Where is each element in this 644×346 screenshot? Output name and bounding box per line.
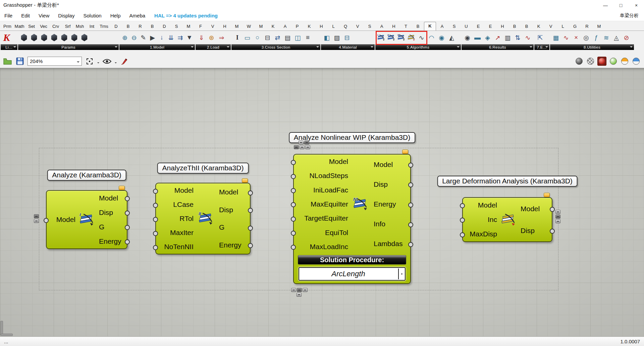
group-menu-caret-icon[interactable] xyxy=(227,46,229,49)
toolbar-group-bar[interactable]: 3.Cross Section xyxy=(231,44,320,50)
zui-widget-right[interactable] xyxy=(555,210,560,223)
mapper-icon[interactable]: ƒ xyxy=(592,33,601,42)
tab-set[interactable]: Set xyxy=(25,22,38,31)
zoom-extents-icon[interactable] xyxy=(85,57,94,66)
tab-m[interactable]: M xyxy=(182,22,195,31)
input-port-maxequiiter[interactable]: MaxEquiIter xyxy=(294,197,350,211)
support-icon[interactable]: ▼ xyxy=(185,33,194,42)
buckling-modes-icon[interactable]: ◠ xyxy=(427,33,436,42)
cross-section-matcher-icon[interactable]: ⇄ xyxy=(273,33,282,42)
tab-v[interactable]: V xyxy=(545,22,557,31)
tab-s[interactable]: S xyxy=(448,22,460,31)
params-joint-icon[interactable] xyxy=(80,33,89,42)
beam-profile-icon[interactable]: I xyxy=(233,33,242,42)
group-menu-caret-icon[interactable] xyxy=(371,46,373,49)
output-port-disp[interactable]: Disp xyxy=(217,201,250,219)
analyze-nonlinear-wip-icon[interactable]: NL xyxy=(397,33,406,42)
export-model-icon[interactable]: ⇱ xyxy=(536,33,545,42)
cross-section-range-icon[interactable]: ◫ xyxy=(293,33,302,42)
tab-trns[interactable]: Trns xyxy=(98,22,110,31)
group-menu-caret-icon[interactable] xyxy=(191,46,194,49)
tab-k[interactable]: K xyxy=(303,22,315,31)
tab-k[interactable]: K xyxy=(267,22,279,31)
params-beam-icon[interactable] xyxy=(30,33,39,42)
menu-item-ameba[interactable]: Ameba xyxy=(125,13,150,18)
group-menu-caret-icon[interactable] xyxy=(545,46,548,49)
open-file-icon[interactable] xyxy=(3,57,12,66)
dropdown-expand-button[interactable] xyxy=(398,269,404,279)
tab-r[interactable]: R xyxy=(581,22,593,31)
params-support-icon[interactable] xyxy=(40,33,49,42)
tab-d[interactable]: D xyxy=(110,22,122,31)
preview-blue-sphere-icon[interactable] xyxy=(632,57,641,66)
input-port-notennii[interactable]: NoTenNII xyxy=(156,240,196,254)
natural-vibrations-icon[interactable]: ∿ xyxy=(417,33,426,42)
output-port-model[interactable]: Model xyxy=(217,183,250,201)
tab-k[interactable]: K xyxy=(533,22,545,31)
preview-dark-sphere-icon[interactable] xyxy=(575,57,584,66)
toolbar-group-bar[interactable]: 6.Results xyxy=(462,44,534,50)
connectivity-to-beam-icon[interactable]: ⇉ xyxy=(176,33,184,42)
toolbar-group-bar[interactable]: Li… xyxy=(1,44,17,50)
input-port-maxloadinc[interactable]: MaxLoadInc xyxy=(294,240,350,254)
zui-button[interactable] xyxy=(291,288,296,292)
input-port-inc[interactable]: Inc xyxy=(463,212,499,227)
save-file-icon[interactable] xyxy=(15,57,24,66)
tab-m[interactable]: M xyxy=(593,22,605,31)
tab-p[interactable]: P xyxy=(291,22,303,31)
tab-h[interactable]: H xyxy=(496,22,508,31)
tab-g[interactable]: G xyxy=(569,22,581,31)
closest-points-icon[interactable]: ◎ xyxy=(582,33,591,42)
utilization-icon[interactable]: ▥ xyxy=(503,33,512,42)
zui-button[interactable] xyxy=(300,145,305,149)
component-body[interactable]: Model I Model Disp G Energy xyxy=(46,190,127,249)
tab-t[interactable]: T xyxy=(400,22,412,31)
input-port-rtol[interactable]: RTol xyxy=(156,212,196,226)
output-port-lambdas[interactable]: Lambdas xyxy=(372,234,410,254)
tab-v[interactable]: V xyxy=(352,22,364,31)
optimize-cross-section-icon[interactable]: ◭ xyxy=(447,33,456,42)
group-menu-caret-icon[interactable] xyxy=(630,46,633,49)
stacked-mapper-icon[interactable]: ≋ xyxy=(602,33,611,42)
zui-button[interactable] xyxy=(297,293,302,297)
input-port-maxdisp[interactable]: MaxDisp xyxy=(463,227,499,241)
warning-balloon-icon[interactable] xyxy=(242,178,248,183)
params-model-icon[interactable] xyxy=(19,33,29,42)
zui-button[interactable] xyxy=(294,145,299,149)
output-port-model[interactable]: Model xyxy=(519,198,552,220)
tab-q[interactable]: Q xyxy=(339,22,352,31)
tab-crv[interactable]: Crv xyxy=(50,22,62,31)
toolbar-group-bar[interactable]: 7.E… xyxy=(534,44,549,50)
component-analyze-nonlinear-wip[interactable]: Analyze Nonlinear WIP (Karamba3D) xyxy=(293,154,411,284)
warning-balloon-icon[interactable] xyxy=(119,186,125,190)
tab-f[interactable]: F xyxy=(195,22,207,31)
minimize-button[interactable]: — xyxy=(598,0,613,10)
input-port-model[interactable]: Model xyxy=(294,155,350,169)
zoom-caret-icon[interactable] xyxy=(77,61,79,64)
tab-v[interactable]: V xyxy=(207,22,219,31)
component-analyze[interactable]: Analyze (Karamba3D) Model I Model Disp G… xyxy=(46,190,127,249)
zui-button[interactable] xyxy=(555,219,560,223)
output-port-model[interactable]: Model xyxy=(97,191,127,205)
group-menu-caret-icon[interactable] xyxy=(115,46,117,49)
zui-button[interactable] xyxy=(299,140,304,145)
zui-button[interactable] xyxy=(555,215,560,219)
preview-eye-caret-icon[interactable] xyxy=(115,62,117,64)
output-port-g[interactable]: G xyxy=(217,219,250,236)
tab-math[interactable]: Math xyxy=(13,22,25,31)
simplex-icon[interactable]: ◬ xyxy=(612,33,621,42)
input-port-lcase[interactable]: LCase xyxy=(156,197,196,212)
zui-widget-left[interactable] xyxy=(34,214,39,223)
input-port-iniloadfac[interactable]: IniLoadFac xyxy=(294,183,350,197)
disassemble-model-icon[interactable]: ⊖ xyxy=(130,33,139,42)
tab-l[interactable]: L xyxy=(557,22,569,31)
warning-balloon-icon[interactable] xyxy=(402,150,408,154)
menu-item-help[interactable]: Help xyxy=(106,13,125,18)
tab-b[interactable]: B xyxy=(146,22,158,31)
preview-checker-sphere-icon[interactable] xyxy=(586,57,595,66)
disassemble-cross-section-icon[interactable]: ⊟ xyxy=(263,33,272,42)
load-combination-icon[interactable]: ⊛ xyxy=(207,33,216,42)
input-port-model[interactable]: Model xyxy=(463,198,499,212)
component-large-deformation-analysis[interactable]: Large Deformation Analysis (Karamba3D) M… xyxy=(462,197,552,242)
tab-h[interactable]: H xyxy=(388,22,400,31)
